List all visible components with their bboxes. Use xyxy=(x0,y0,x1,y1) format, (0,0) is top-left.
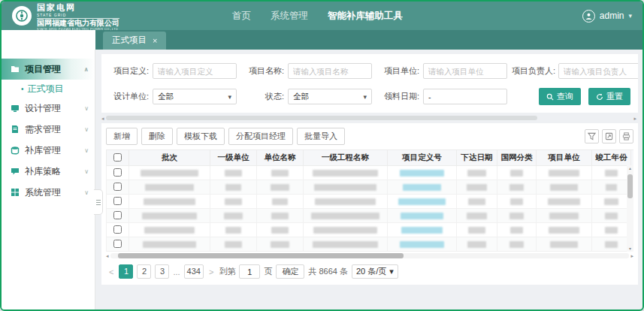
sidebar-item-replenish-strategy[interactable]: 补库策略 ∨ xyxy=(2,161,95,182)
scrollbar-thumb[interactable] xyxy=(627,174,633,198)
scrollbar-thumb[interactable] xyxy=(106,116,538,120)
column-header[interactable]: 一级工程名称 xyxy=(304,150,388,166)
sidebar-collapse-handle[interactable] xyxy=(94,189,103,215)
column-header[interactable]: 批次 xyxy=(129,150,210,166)
redacted-cell xyxy=(510,198,523,205)
query-button[interactable]: 查询 xyxy=(539,88,581,105)
page-number[interactable]: 3 xyxy=(155,264,169,279)
table-horizontal-scrollbar[interactable]: ◂ ▸ xyxy=(106,252,633,259)
form-horizontal-scrollbar[interactable]: ◂ ▸ xyxy=(101,115,636,121)
scroll-left-icon[interactable]: ◂ xyxy=(101,116,104,121)
row-checkbox[interactable] xyxy=(113,183,122,191)
table-header-row: 批次 一级单位 单位名称 一级工程名称 项目定义号 下达日期 国网分类 项目单位… xyxy=(107,150,634,166)
row-checkbox[interactable] xyxy=(113,240,122,248)
goto-confirm-button[interactable]: 确定 xyxy=(276,264,304,279)
redacted-cell xyxy=(403,184,441,191)
project-definition-input[interactable] xyxy=(153,63,237,79)
app-window: 国家电网 STATE GRID 国网福建省电力有限公司 STATE GRID F… xyxy=(0,0,644,311)
column-header[interactable]: 项目定义号 xyxy=(388,150,457,166)
design-unit-select[interactable]: 全部 ▾ xyxy=(153,89,237,104)
sidebar-item-design-management[interactable]: 设计管理 ∨ xyxy=(2,98,95,119)
page-size-select[interactable]: 20 条/页 ▾ xyxy=(352,264,398,279)
column-header[interactable]: 单位名称 xyxy=(257,150,304,166)
redacted-cell xyxy=(401,227,443,234)
sidebar-item-replenish-management[interactable]: 补库管理 ∨ xyxy=(2,140,95,161)
column-header[interactable]: 一级单位 xyxy=(210,150,257,166)
redacted-cell xyxy=(224,213,243,219)
column-header[interactable]: 项目单位 xyxy=(537,150,592,166)
project-name-input[interactable] xyxy=(288,63,372,79)
data-table: 批次 一级单位 单位名称 一级工程名称 项目定义号 下达日期 国网分类 项目单位… xyxy=(106,149,633,252)
redacted-cell xyxy=(604,198,618,205)
print-icon[interactable] xyxy=(619,129,633,143)
status-select[interactable]: 全部 ▾ xyxy=(288,89,372,104)
nav-home[interactable]: 首页 xyxy=(232,10,251,23)
scroll-right-icon[interactable]: ▸ xyxy=(633,116,636,121)
redacted-cell xyxy=(315,198,375,205)
project-owner-input[interactable] xyxy=(558,63,638,79)
select-all-checkbox[interactable] xyxy=(113,153,122,162)
goto-page-input[interactable] xyxy=(239,264,260,279)
close-icon[interactable]: × xyxy=(153,36,157,45)
chevron-down-icon: ∨ xyxy=(84,147,89,154)
page-number[interactable]: 434 xyxy=(184,264,204,279)
redacted-cell xyxy=(509,184,523,191)
redacted-cell xyxy=(509,241,523,248)
sidebar-item-formal-project[interactable]: • 正式项目 xyxy=(2,80,95,98)
column-header[interactable]: 国网分类 xyxy=(497,150,537,166)
scroll-down-icon[interactable]: ▾ xyxy=(629,246,631,252)
column-header[interactable]: 下达日期 xyxy=(457,150,497,166)
replenish-icon xyxy=(11,146,20,155)
project-unit-input[interactable] xyxy=(423,63,507,79)
next-page-icon[interactable]: > xyxy=(207,267,215,276)
redacted-cell xyxy=(313,170,379,177)
page-number[interactable]: 2 xyxy=(137,264,151,279)
row-checkbox[interactable] xyxy=(113,168,122,177)
scroll-left-icon[interactable]: ◂ xyxy=(106,253,109,258)
material-date-input[interactable] xyxy=(423,89,507,104)
page-number[interactable]: 1 xyxy=(119,264,133,279)
tab-strip: 正式项目 × xyxy=(95,30,642,50)
column-header[interactable]: 总投资 (... xyxy=(631,150,634,166)
row-checkbox[interactable] xyxy=(113,197,122,205)
redacted-cell xyxy=(510,227,523,234)
nav-system-management[interactable]: 系统管理 xyxy=(271,10,308,23)
delete-button[interactable]: 删除 xyxy=(141,128,173,145)
reset-button[interactable]: 重置 xyxy=(588,88,630,105)
sidebar: 项目管理 ∧ • 正式项目 设计管理 ∨ 需求管理 ∨ 补库管理 ∨ xyxy=(2,50,95,309)
scrollbar-thumb[interactable] xyxy=(118,253,404,258)
sidebar-item-system-management[interactable]: 系统管理 ∨ xyxy=(2,182,95,203)
data-table-wrapper: 批次 一级单位 单位名称 一级工程名称 项目定义号 下达日期 国网分类 项目单位… xyxy=(106,149,633,252)
redacted-cell xyxy=(271,170,288,177)
scroll-right-icon[interactable]: ▸ xyxy=(630,253,633,258)
sidebar-item-project-management[interactable]: 项目管理 ∧ xyxy=(2,59,95,80)
prev-page-icon[interactable]: < xyxy=(107,267,115,276)
field-project-definition: 项目定义: xyxy=(106,63,241,79)
nav-smart-replenish-tool[interactable]: 智能补库辅助工具 xyxy=(328,10,403,23)
scroll-up-icon[interactable]: ▴ xyxy=(629,165,631,171)
field-label: 项目负责人: xyxy=(512,65,558,77)
export-icon[interactable] xyxy=(602,129,616,143)
redacted-cell xyxy=(225,198,241,205)
tab-formal-project[interactable]: 正式项目 × xyxy=(103,32,166,50)
redacted-cell xyxy=(400,241,445,248)
assign-project-manager-button[interactable]: 分配项目经理 xyxy=(228,128,293,145)
filter-icon[interactable] xyxy=(585,129,599,143)
table-vertical-scrollbar[interactable]: ▴ ▾ xyxy=(627,165,633,252)
add-button[interactable]: 新增 xyxy=(106,128,138,145)
column-header[interactable]: 竣工年份 xyxy=(592,150,631,166)
field-label: 项目定义: xyxy=(106,65,153,77)
redacted-cell xyxy=(550,184,579,191)
batch-import-button[interactable]: 批量导入 xyxy=(297,128,345,145)
sidebar-item-requirement-management[interactable]: 需求管理 ∨ xyxy=(2,119,95,140)
template-download-button[interactable]: 模板下载 xyxy=(177,128,225,145)
row-checkbox[interactable] xyxy=(113,211,122,219)
refresh-icon xyxy=(596,93,603,101)
row-checkbox[interactable] xyxy=(113,225,122,234)
logo-brand-cn: 国家电网 xyxy=(37,3,76,12)
field-status: 状态: 全部 ▾ xyxy=(241,88,376,105)
user-menu[interactable]: admin ▾ xyxy=(582,10,632,23)
field-design-unit: 设计单位: 全部 ▾ xyxy=(106,88,241,105)
field-label: 领料日期: xyxy=(376,91,423,102)
system-icon xyxy=(11,188,20,197)
